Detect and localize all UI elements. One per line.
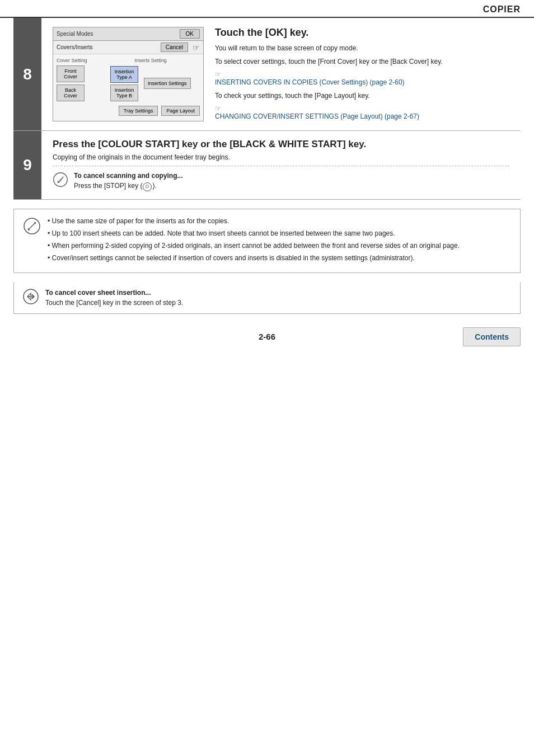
cancel-body: Press the [STOP] key (⊙). bbox=[74, 181, 182, 191]
svg-line-6 bbox=[28, 222, 36, 230]
step-9-section: 9 Press the [COLOUR START] key or the [B… bbox=[13, 131, 521, 200]
cancel-arrow-icon bbox=[23, 289, 39, 304]
note-item-3: When performing 2-sided copying of 2-sid… bbox=[48, 241, 511, 251]
note-item-1: Use the same size of paper for the inser… bbox=[48, 216, 511, 227]
step-8-body3: To check your settings, touch the [Page … bbox=[215, 91, 509, 101]
ref2-icon: ☞ bbox=[215, 105, 221, 112]
step-9-heading: Press the [COLOUR START] key or the [BLA… bbox=[53, 139, 509, 150]
step-8-content: Special Modes OK Covers/Inserts Cancel ☞… bbox=[41, 18, 521, 130]
ui-insertion-settings-button[interactable]: Insertion Settings bbox=[144, 78, 191, 89]
note-item-4: Cover/insert settings cannot be selected… bbox=[48, 253, 511, 264]
main-content: 8 Special Modes OK Covers/Inserts Cancel… bbox=[0, 18, 534, 314]
cancel-cover-text: To cancel cover sheet insertion... Touch… bbox=[45, 288, 183, 308]
dotted-divider bbox=[53, 166, 509, 166]
pencil-circle-icon bbox=[53, 172, 68, 187]
ui-back-cover-button[interactable]: Back Cover bbox=[57, 84, 85, 101]
ref2-text: CHANGING COVER/INSERT SETTINGS (Page Lay… bbox=[215, 112, 419, 120]
step-8-body2: To select cover settings, touch the [Fro… bbox=[215, 57, 509, 67]
page-number: 2-66 bbox=[182, 332, 352, 341]
ui-insertion-type-b-button[interactable]: Insertion Type B bbox=[110, 84, 138, 101]
ui-page-layout-button[interactable]: Page Layout bbox=[161, 106, 200, 116]
notes-list: Use the same size of paper for the inser… bbox=[48, 216, 511, 266]
hand-cursor-icon: ☞ bbox=[193, 43, 200, 52]
ref1-icon: ☞ bbox=[215, 71, 221, 78]
ref1-link[interactable]: INSERTING COVERS IN COPIES (Cover Settin… bbox=[215, 78, 509, 86]
svg-line-3 bbox=[59, 177, 63, 183]
ui-special-modes-label: Special Modes bbox=[57, 31, 93, 37]
ui-front-cover-button[interactable]: Front Cover bbox=[57, 65, 85, 82]
cancel-cover-title: To cancel cover sheet insertion... bbox=[45, 288, 183, 298]
ui-inserts-setting-col-header: Inserts Setting bbox=[101, 58, 200, 63]
cancel-note: To cancel scanning and copying... Press … bbox=[53, 171, 509, 191]
contents-button[interactable]: Contents bbox=[463, 327, 521, 346]
step-8-number: 8 bbox=[13, 18, 41, 130]
step-8-section: 8 Special Modes OK Covers/Inserts Cancel… bbox=[13, 18, 521, 131]
step-9-number: 9 bbox=[13, 131, 41, 199]
cancel-cover-body: Touch the [Cancel] key in the screen of … bbox=[45, 298, 183, 308]
section-title: COPIER bbox=[483, 4, 521, 15]
notes-section: Use the same size of paper for the inser… bbox=[13, 209, 521, 273]
page-footer: 2-66 Contents bbox=[0, 318, 534, 355]
ui-cover-setting-col-header: Cover Setting bbox=[57, 58, 101, 63]
step-8-text: Touch the [OK] key. You will return to t… bbox=[215, 27, 509, 121]
ui-insertion-type-a-button[interactable]: Insertion Type A bbox=[110, 66, 138, 83]
ui-tray-settings-button[interactable]: Tray Settings bbox=[119, 106, 158, 116]
notes-pencil-icon bbox=[23, 217, 41, 235]
ui-mockup-panel: Special Modes OK Covers/Inserts Cancel ☞… bbox=[53, 27, 204, 121]
cancel-cover-section: To cancel cover sheet insertion... Touch… bbox=[13, 282, 521, 314]
ui-covers-inserts-label: Covers/Inserts bbox=[57, 44, 92, 50]
page-header: COPIER bbox=[0, 0, 534, 18]
ui-cancel-button[interactable]: Cancel bbox=[161, 43, 188, 52]
cancel-title: To cancel scanning and copying... bbox=[74, 171, 182, 181]
stop-icon: ⊙ bbox=[143, 182, 152, 191]
ref1-text: INSERTING COVERS IN COPIES (Cover Settin… bbox=[215, 78, 405, 86]
step-9-content: Press the [COLOUR START] key or the [BLA… bbox=[41, 131, 521, 199]
step-8-body1: You will return to the base screen of co… bbox=[215, 43, 509, 53]
step-9-body: Copying of the originals in the document… bbox=[53, 153, 509, 161]
notes-container: Use the same size of paper for the inser… bbox=[13, 209, 521, 314]
ref2-link[interactable]: CHANGING COVER/INSERT SETTINGS (Page Lay… bbox=[215, 112, 509, 120]
cancel-note-text: To cancel scanning and copying... Press … bbox=[74, 171, 182, 191]
note-item-2: Up to 100 insert sheets can be added. No… bbox=[48, 228, 511, 239]
ui-ok-button[interactable]: OK bbox=[180, 29, 200, 39]
step-8-heading: Touch the [OK] key. bbox=[215, 27, 509, 39]
